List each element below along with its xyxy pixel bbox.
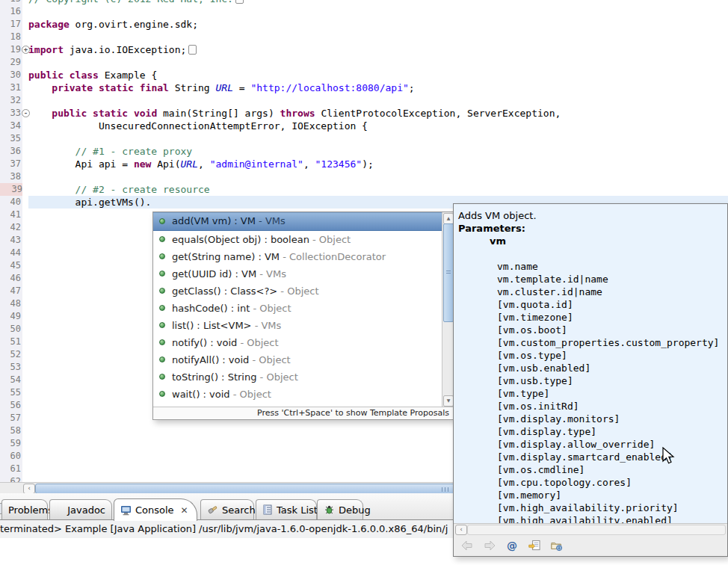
completion-item[interactable]: toString() : String - Object — [153, 368, 442, 386]
line-number: 58 — [0, 424, 21, 437]
public-method-icon — [159, 288, 165, 294]
code-line[interactable]: 30public class Example { — [0, 69, 728, 81]
code-line[interactable]: 33- public static void main(String[] arg… — [0, 107, 728, 120]
code-text: package org.ovirt.engine.sdk; — [28, 18, 198, 31]
completion-item[interactable]: list() : List<VM> - VMs — [153, 317, 442, 334]
tab-javadoc[interactable]: Javadoc — [49, 499, 112, 519]
completion-item[interactable]: wait() : void - Object — [153, 386, 442, 403]
public-method-icon — [159, 236, 165, 242]
completion-signature: list() : List<VM> — [172, 320, 252, 331]
completion-item[interactable]: add(VM vm) : VM - VMs — [153, 212, 442, 231]
line-number: 31 — [0, 81, 21, 94]
code-text: // #1 - create proxy — [28, 145, 192, 158]
javadoc-field: [vm.custom_properties.custom_property] — [458, 336, 727, 349]
completion-signature: getClass() : Class<?> — [172, 285, 277, 297]
completion-item[interactable]: notifyAll() : void - Object — [153, 351, 442, 368]
line-number: 44 — [0, 247, 21, 259]
back-icon[interactable] — [461, 540, 473, 552]
line-number: 19 — [0, 43, 21, 56]
debug-icon — [324, 504, 335, 515]
completion-signature: get(UUID id) : VM — [172, 268, 256, 280]
content-assist-popup[interactable]: add(VM vm) : VM - VMsequals(Object obj) … — [152, 212, 454, 420]
popup-scroll-thumb[interactable] — [443, 223, 454, 322]
code-text: // Copyright (c) 2012 Red Hat, Inc. — [28, 0, 244, 5]
code-line[interactable]: 15// Copyright (c) 2012 Red Hat, Inc. — [0, 0, 728, 5]
javadoc-parameters-label: Parameters: — [458, 222, 727, 235]
collapsed-region-icon[interactable] — [188, 45, 197, 55]
javadoc-field: [vm.memory] — [458, 489, 727, 501]
line-number: 60 — [0, 450, 21, 463]
code-line[interactable]: 18 — [0, 31, 728, 43]
tab-search[interactable]: Search — [200, 499, 254, 519]
completion-item[interactable]: get(String name) : VM - CollectionDecora… — [153, 248, 442, 265]
completion-origin: - Object — [250, 303, 291, 314]
javadoc-field: [vm.high_availability.priority] — [458, 501, 727, 514]
completion-list[interactable]: add(VM vm) : VM - VMsequals(Object obj) … — [153, 212, 442, 407]
code-line[interactable]: 29 — [0, 56, 728, 69]
completion-item[interactable]: getClass() : Class<?> - Object — [153, 282, 442, 300]
code-line[interactable]: 17package org.ovirt.engine.sdk; — [0, 18, 728, 31]
line-number: 46 — [0, 272, 21, 285]
public-method-icon — [159, 218, 165, 224]
line-number: 36 — [0, 145, 21, 158]
completion-origin: - Object — [249, 354, 290, 365]
javadoc-field: [vm.display.type] — [458, 425, 727, 438]
line-number: 47 — [0, 285, 21, 297]
show-in-javadoc-view-icon[interactable] — [528, 540, 540, 552]
tab-label: Problems — [8, 501, 53, 519]
search-icon — [207, 504, 218, 515]
scroll-left-arrow-icon[interactable]: ‹ — [455, 525, 467, 535]
tab-task-list[interactable]: Task List — [256, 499, 317, 519]
code-line[interactable]: 31 private static final String URL = "ht… — [0, 81, 728, 94]
javadoc-hscroll-track[interactable] — [467, 525, 726, 535]
tab-console[interactable]: Console✕ — [114, 498, 197, 521]
javadoc-field: [vm.usb.type] — [458, 374, 727, 387]
code-line[interactable]: 38 — [0, 170, 728, 183]
completion-item[interactable]: get(UUID id) : VM - VMs — [153, 265, 442, 282]
code-line[interactable]: 34 UnsecuredConnectionAttemptError, IOEx… — [0, 120, 728, 132]
popup-vertical-scrollbar[interactable]: ▲ ▼ — [442, 212, 453, 407]
code-text: public static void main(String[] args) t… — [28, 107, 561, 120]
close-icon[interactable]: ✕ — [181, 505, 188, 516]
scroll-left-arrow-icon[interactable]: ‹ — [23, 484, 35, 494]
forward-icon[interactable] — [484, 540, 496, 552]
code-line[interactable]: 35 — [0, 132, 728, 145]
completion-item[interactable]: hashCode() : int - Object — [153, 300, 442, 317]
code-line[interactable]: 36 // #1 - create proxy — [0, 145, 728, 158]
collapsed-region-icon[interactable] — [235, 0, 244, 4]
completion-origin: - VMs — [252, 320, 282, 331]
line-number: 54 — [0, 374, 21, 386]
line-number: 57 — [0, 412, 21, 424]
open-attached-javadoc-icon[interactable] — [551, 540, 563, 552]
code-line[interactable]: 32 — [0, 94, 728, 107]
line-number: 51 — [0, 336, 21, 348]
attach-javadoc-icon[interactable]: @ — [506, 540, 518, 552]
completion-origin: - VMs — [256, 215, 286, 226]
code-line[interactable]: 37 Api api = new Api(URL, "admin@interna… — [0, 158, 728, 170]
line-number: 59 — [0, 437, 21, 450]
line-number: 62 — [0, 475, 21, 482]
code-line[interactable]: 19+import java.io.IOException; — [0, 43, 728, 56]
scroll-grip-icon — [442, 487, 450, 492]
completion-item[interactable]: notify() : void - Object — [153, 334, 442, 351]
javadoc-horizontal-scrollbar[interactable]: ‹ — [454, 523, 727, 535]
scroll-up-arrow-icon[interactable]: ▲ — [443, 213, 454, 224]
javadoc-param-name: vm — [458, 235, 727, 247]
javadoc-hover-panel[interactable]: Adds VM object. Parameters: vm vm.namevm… — [453, 203, 728, 557]
tab-problems[interactable]: Problems — [1, 499, 48, 519]
completion-origin: - Object — [256, 371, 297, 383]
code-text: api.getVMs(). — [28, 196, 151, 209]
code-line[interactable]: 39 // #2 - create resource — [0, 183, 728, 196]
javadoc-field: [vm.quota.id] — [458, 298, 727, 311]
code-text: public class Example { — [28, 69, 157, 81]
javadoc-field: [vm.display.monitors] — [458, 413, 727, 425]
mouse-cursor — [662, 447, 676, 469]
tab-debug[interactable]: Debug — [317, 499, 363, 519]
scroll-down-arrow-icon[interactable]: ▼ — [443, 395, 454, 407]
scroll-grip-icon — [446, 271, 451, 274]
code-line[interactable]: 16 — [0, 5, 728, 18]
public-method-icon — [159, 374, 165, 380]
line-number: 41 — [0, 209, 21, 221]
line-number: 45 — [0, 259, 21, 272]
completion-item[interactable]: equals(Object obj) : boolean - Object — [153, 231, 442, 248]
